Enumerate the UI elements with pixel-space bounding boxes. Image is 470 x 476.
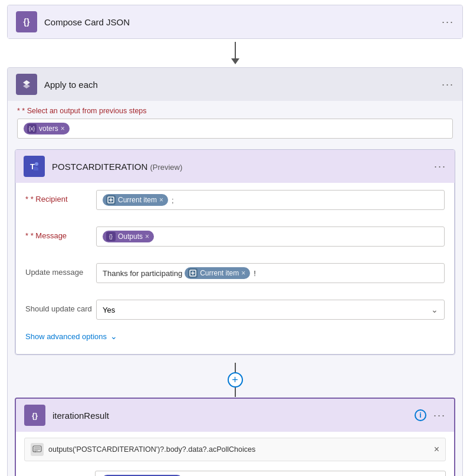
recipient-row: * Recipient [25, 185, 445, 221]
current-item-icon-2 [188, 268, 198, 278]
postcard-title-text: POSTCARDITERATION [52, 162, 147, 172]
should-update-content: Yes ⌄ [96, 300, 445, 320]
should-update-value: Yes [103, 306, 115, 314]
postcard-icon: T [24, 156, 45, 177]
recipient-content: Current item × ; [96, 190, 445, 216]
update-suffix: ! [254, 269, 256, 278]
output-close-icon[interactable]: × [434, 444, 439, 455]
show-advanced-options[interactable]: Show advanced options ⌄ [25, 326, 445, 349]
current-item-label-1: Current item [118, 196, 157, 204]
inputs-row: * Inputs T body.data.acPo... [24, 468, 446, 476]
apply-each-menu[interactable]: ··· [442, 78, 454, 91]
compose-card-header: {} Compose Card JSON ··· [8, 5, 462, 38]
select-output-label: * Select an output from previous steps [17, 107, 453, 115]
update-message-content: Thanks for participating [96, 263, 445, 289]
compose-card-title: Compose Card JSON [44, 17, 442, 27]
arrow-line [235, 42, 236, 58]
apply-each-header: Apply to each ··· [8, 68, 462, 101]
inputs-label: * Inputs [24, 471, 95, 476]
current-item-close-2[interactable]: × [241, 269, 245, 277]
arrow-connector-1 [0, 39, 470, 67]
current-item-token-1: Current item × [103, 194, 168, 206]
current-item-label-2: Current item [200, 269, 239, 277]
message-content: {} Outputs × [96, 226, 445, 252]
apply-each-title: Apply to each [44, 80, 442, 90]
iteration-result-card: {} iterationResult i ··· [15, 398, 455, 476]
outputs-icon: {} [106, 232, 116, 241]
postcard-menu[interactable]: ··· [434, 160, 446, 173]
recipient-suffix: ; [172, 196, 174, 205]
outputs-token: {} Outputs × [103, 231, 154, 242]
outputs-label: Outputs [118, 232, 143, 241]
iteration-menu[interactable]: ··· [433, 409, 446, 422]
postcard-header: T POSTCARDITERATION (Preview) ··· [15, 150, 455, 183]
update-message-label: Update message [25, 263, 96, 277]
apply-each-icon [16, 74, 37, 95]
should-update-dropdown[interactable]: Yes ⌄ [96, 300, 445, 320]
arrow-head [231, 58, 239, 64]
current-item-icon-1 [106, 195, 116, 205]
recipient-field[interactable]: Current item × ; [96, 190, 445, 210]
show-advanced-text: Show advanced options [25, 332, 107, 341]
voters-input-field[interactable]: {x} voters × [17, 119, 453, 139]
info-icon[interactable]: i [415, 409, 426, 421]
update-message-row: Update message Thanks for participating [25, 258, 445, 294]
message-field[interactable]: {} Outputs × [96, 226, 445, 247]
apply-each-card: Apply to each ··· * Select an output fro… [7, 67, 463, 476]
voters-token: {x} voters × [24, 123, 70, 134]
show-advanced-chevron-icon: ⌄ [110, 331, 117, 341]
should-update-label: Should update card [25, 300, 96, 313]
update-message-field[interactable]: Thanks for participating [96, 263, 445, 283]
outputs-close[interactable]: × [145, 232, 149, 241]
current-item-close-1[interactable]: × [159, 196, 163, 204]
output-bubble-icon [31, 443, 44, 456]
message-label: * Message [25, 226, 96, 240]
postcard-inner-card: T POSTCARDITERATION (Preview) ··· [15, 149, 455, 355]
recipient-label: * Recipient [25, 190, 96, 203]
postcard-body: * Recipient [15, 183, 455, 354]
plus-connector: + [8, 362, 462, 398]
chevron-down-icon: ⌄ [431, 305, 438, 314]
current-item-token-2: Current item × [185, 267, 250, 279]
should-update-row: Should update card Yes ⌄ [25, 295, 445, 324]
postcard-title: POSTCARDITERATION (Preview) [52, 162, 434, 172]
iteration-header: {} iterationResult i ··· [16, 399, 454, 432]
plus-line-bottom [235, 388, 236, 397]
message-row: * Message {} Outputs × [25, 222, 445, 257]
voters-token-close[interactable]: × [61, 124, 65, 133]
iteration-title: iterationResult [52, 411, 415, 421]
voters-token-label: voters [39, 124, 58, 133]
add-action-button[interactable]: + [228, 372, 243, 388]
svg-point-3 [35, 162, 38, 166]
compose-card: {} Compose Card JSON ··· [7, 5, 463, 39]
inputs-field[interactable]: T body.data.acPo... × [95, 471, 446, 476]
compose-card-icon: {} [16, 11, 37, 32]
output-text: outputs('POSTCARDITERATION')?.body?.data… [48, 445, 255, 454]
postcard-wrapper: T POSTCARDITERATION (Preview) ··· [15, 149, 455, 355]
select-output-section: * Select an output from previous steps {… [8, 101, 462, 149]
iteration-body: outputs('POSTCARDITERATION')?.body?.data… [16, 432, 454, 476]
iteration-icon-text: {} [32, 411, 38, 420]
update-message-text: Thanks for participating [103, 269, 182, 278]
plus-line-top [235, 363, 236, 372]
voters-token-icon: {x} [27, 124, 37, 133]
postcard-subtitle: (Preview) [150, 163, 182, 172]
iteration-icon: {} [24, 405, 45, 426]
inputs-content: T body.data.acPo... × [95, 471, 446, 476]
output-row: outputs('POSTCARDITERATION')?.body?.data… [24, 438, 446, 461]
compose-icon-text: {} [24, 17, 30, 27]
compose-card-menu[interactable]: ··· [442, 16, 454, 28]
